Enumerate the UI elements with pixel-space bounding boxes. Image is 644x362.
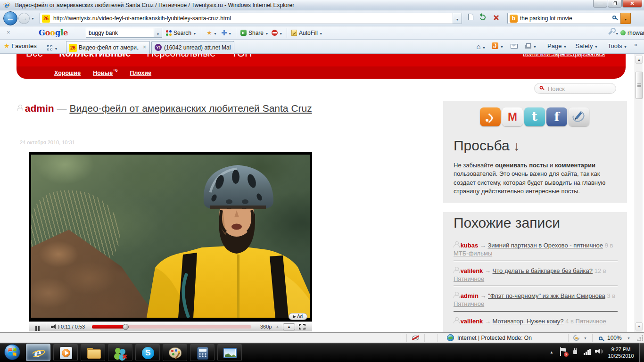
- address-input[interactable]: 26 http://twentysix.ru/video-feyl-ot-ame…: [40, 13, 462, 24]
- bookmarks-button[interactable]: ★ ▼: [206, 28, 217, 38]
- feeds-button[interactable]: ▼: [492, 42, 504, 49]
- print-button[interactable]: ▼: [525, 42, 537, 49]
- smartscreen-icon[interactable]: [572, 333, 580, 342]
- google-search-button[interactable]: Search ▼: [166, 28, 196, 38]
- google-query-dropdown[interactable]: ▼: [154, 28, 162, 37]
- taskbar-photoviewer-button[interactable]: [217, 344, 242, 361]
- tools-menu[interactable]: Tools ▼: [608, 42, 627, 49]
- related-author[interactable]: valilenk: [461, 267, 483, 274]
- stop-button[interactable]: [490, 14, 502, 24]
- home-button[interactable]: ⌂ ▼: [476, 42, 486, 50]
- related-author[interactable]: kubas: [461, 242, 479, 249]
- auth-links[interactable]: Войти или Зарегистрироваться: [523, 54, 605, 58]
- related-author[interactable]: admin: [461, 292, 479, 299]
- zoom-dropdown-icon[interactable]: ▼: [627, 337, 630, 340]
- minimize-button[interactable]: —: [593, 0, 607, 8]
- share-button[interactable]: Share ▼: [240, 28, 268, 38]
- related-link[interactable]: Мотиватор. Нужен кому?: [493, 318, 564, 325]
- restore-button[interactable]: [608, 0, 622, 8]
- clock[interactable]: 9:27 PM 10/25/2010: [605, 346, 636, 359]
- toolbar-close-button[interactable]: ×: [7, 29, 10, 36]
- safety-menu[interactable]: Safety ▼: [576, 42, 598, 49]
- social-twitter-icon[interactable]: t: [524, 107, 545, 126]
- related-link[interactable]: Зимний партизан в Орехово - пятничное: [487, 242, 603, 249]
- user-menu[interactable]: rhoward ▼: [620, 28, 644, 38]
- close-button[interactable]: ✕: [622, 0, 642, 8]
- quick-tabs-button[interactable]: ▼: [47, 43, 58, 52]
- compatibility-view-button[interactable]: [465, 14, 476, 24]
- scroll-down-button[interactable]: ▼: [636, 322, 643, 330]
- progress-handle[interactable]: [123, 324, 129, 330]
- social-gmail-icon[interactable]: M: [502, 107, 523, 126]
- quality-dropdown-icon[interactable]: ▲: [276, 325, 279, 328]
- read-mail-button[interactable]: [511, 42, 518, 49]
- video-progress-track[interactable]: [92, 325, 251, 329]
- show-desktop-button[interactable]: [639, 343, 644, 362]
- bing-search-box[interactable]: b the parking lot movie ▼: [507, 13, 631, 24]
- popout-button[interactable]: ▲: [283, 323, 295, 330]
- social-facebook-icon[interactable]: f: [546, 107, 567, 126]
- add-gadget-button[interactable]: ▼: [222, 28, 231, 38]
- toolbar-settings-button[interactable]: ▼: [607, 28, 619, 38]
- nav-top[interactable]: ТОП: [231, 54, 252, 58]
- related-category[interactable]: Пятничное: [454, 300, 484, 307]
- privacy-eye-icon[interactable]: [412, 336, 419, 340]
- social-livejournal-icon[interactable]: [569, 107, 589, 126]
- search-provider-dropdown[interactable]: ▼: [620, 13, 631, 24]
- scroll-up-button[interactable]: ▲: [636, 56, 643, 64]
- volume-tray-icon[interactable]: [595, 348, 603, 354]
- taskbar-ie-button[interactable]: e: [26, 344, 50, 361]
- nav-personal[interactable]: Персональные: [147, 54, 215, 58]
- search-go-icon[interactable]: [612, 16, 616, 19]
- taskbar-explorer-button[interactable]: [81, 344, 105, 361]
- usb-plug-icon[interactable]: [572, 348, 578, 355]
- pause-button[interactable]: [35, 324, 41, 332]
- autofill-button[interactable]: AutoFill ▼: [291, 28, 322, 38]
- forward-button[interactable]: →: [18, 13, 30, 24]
- taskbar-calculator-button[interactable]: [190, 344, 215, 361]
- tab-attnet-mail[interactable]: Y! (16042 unread) att.net Mail...: [151, 41, 234, 54]
- related-category[interactable]: Пятничное: [454, 275, 484, 282]
- taskbar-wmp-button[interactable]: [53, 344, 78, 361]
- recent-pages-dropdown-icon[interactable]: ▼: [31, 17, 34, 20]
- tab-active[interactable]: 26 Видео-фейл от амери... ×: [66, 41, 150, 54]
- social-rss-icon[interactable]: [480, 107, 501, 126]
- volume-button[interactable]: [51, 324, 59, 330]
- nav-collective[interactable]: Коллективные: [59, 54, 131, 58]
- related-category[interactable]: Пятничное: [576, 318, 606, 325]
- taskbar-skype-button[interactable]: S: [135, 344, 160, 361]
- related-link[interactable]: Что делать в байкпарке без байка?: [493, 267, 593, 274]
- related-link[interactable]: "Флэт по-черному" из жж Вани Смирнова: [488, 292, 605, 299]
- taskbar-messenger-button[interactable]: [108, 344, 132, 361]
- fullscreen-button[interactable]: [299, 324, 305, 329]
- page-scrollbar[interactable]: ▲ ▼: [635, 54, 643, 332]
- site-search-input[interactable]: Поиск: [534, 83, 616, 94]
- video-player[interactable]: Ad 0:11 / 0:53 360p ▲ ▲: [29, 152, 312, 331]
- google-search-input[interactable]: buggy bank ▼: [86, 28, 162, 38]
- resize-grip[interactable]: [636, 335, 643, 342]
- address-dropdown-button[interactable]: ▼: [453, 13, 462, 24]
- tray-expand-icon[interactable]: ▲: [550, 350, 553, 354]
- scroll-thumb[interactable]: [636, 72, 643, 99]
- quality-label[interactable]: 360p: [260, 324, 272, 329]
- related-author[interactable]: valilenk: [461, 318, 483, 325]
- overflow-chevron[interactable]: »: [634, 41, 637, 48]
- smartscreen-dropdown-icon[interactable]: ▼: [584, 337, 587, 340]
- zoom-level[interactable]: 100%: [607, 335, 622, 341]
- refresh-button[interactable]: [477, 14, 488, 24]
- tab-close-icon[interactable]: ×: [143, 44, 146, 50]
- favorites-button[interactable]: ★ Favorites: [4, 42, 37, 49]
- video-frame[interactable]: [31, 155, 310, 318]
- back-button[interactable]: ←: [3, 11, 17, 25]
- taskbar-paint-button[interactable]: [163, 344, 187, 361]
- page-menu[interactable]: Page ▼: [547, 42, 567, 49]
- action-center-icon[interactable]: x: [560, 347, 567, 356]
- nav-all[interactable]: Все: [26, 54, 43, 58]
- ad-badge[interactable]: Ad: [289, 313, 307, 320]
- start-button[interactable]: [4, 344, 21, 361]
- post-author[interactable]: admin: [25, 103, 54, 114]
- subnav-bad[interactable]: Плохие: [130, 70, 151, 76]
- post-title-link[interactable]: Видео-фейл от американских любителей San…: [69, 103, 312, 114]
- subnav-good[interactable]: Хорошие: [54, 70, 81, 76]
- popup-blocker-button[interactable]: ▼: [272, 28, 282, 38]
